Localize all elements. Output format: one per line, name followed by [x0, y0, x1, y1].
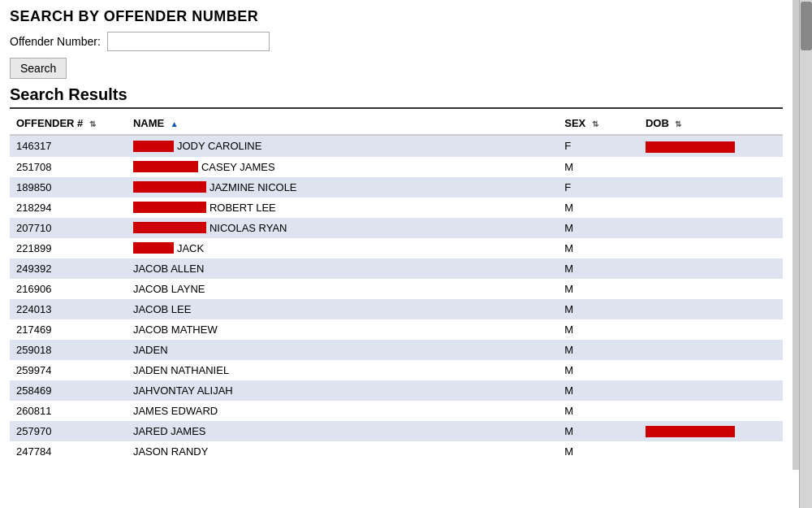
cell-name: JODY CAROLINE: [127, 136, 558, 156]
cell-name: JAZMINE NICOLE: [127, 177, 558, 198]
cell-dob: [639, 177, 783, 198]
cell-sex: M: [558, 238, 639, 258]
cell-sex: M: [558, 299, 639, 319]
table-row[interactable]: 259018JADENM: [10, 340, 783, 360]
name-redacted-block: [133, 242, 174, 254]
name-redacted-block: [133, 141, 174, 152]
col-header-dob[interactable]: DOB ⇅: [639, 112, 783, 135]
table-row[interactable]: 249392JACOB ALLENM: [10, 258, 783, 279]
results-table: OFFENDER # ⇅ NAME ▲ SEX ⇅ DOB ⇅: [10, 112, 783, 462]
results-title: Search Results: [10, 85, 783, 109]
cell-sex: M: [558, 279, 639, 299]
cell-dob: [639, 340, 783, 360]
name-text: NICOLAS RYAN: [209, 222, 287, 234]
table-row[interactable]: 217469JACOB MATHEWM: [10, 319, 783, 340]
cell-sex: M: [558, 421, 639, 442]
cell-name: JACOB MATHEW: [127, 319, 558, 340]
name-redacted-block: [133, 181, 206, 193]
cell-name: CASEY JAMES: [127, 157, 558, 177]
search-button[interactable]: Search: [10, 58, 67, 79]
cell-dob: [639, 401, 783, 421]
cell-dob: [639, 319, 783, 340]
table-row[interactable]: 207710NICOLAS RYANM: [10, 218, 783, 238]
cell-offender: 251708: [10, 157, 127, 177]
cell-offender: 224013: [10, 299, 127, 319]
table-row[interactable]: 258469JAHVONTAY ALIJAHM: [10, 380, 783, 401]
cell-offender: 189850: [10, 177, 127, 198]
cell-sex: M: [558, 157, 639, 177]
cell-sex: M: [558, 340, 639, 360]
name-text: ROBERT LEE: [209, 202, 276, 214]
table-row[interactable]: 251708CASEY JAMESM: [10, 157, 783, 177]
cell-name: JACOB LEE: [127, 299, 558, 319]
name-redacted-block: [133, 202, 206, 213]
name-text: JODY CAROLINE: [177, 140, 262, 152]
cell-offender: 218294: [10, 198, 127, 218]
cell-name: NICOLAS RYAN: [127, 218, 558, 238]
cell-dob: [639, 198, 783, 218]
col-header-sex[interactable]: SEX ⇅: [558, 112, 639, 135]
cell-dob: [639, 421, 783, 442]
name-text: JACOB MATHEW: [133, 323, 218, 336]
cell-offender: 146317: [10, 135, 127, 157]
offender-number-label: Offender Number:: [10, 35, 101, 48]
table-row[interactable]: 259974JADEN NATHANIELM: [10, 360, 783, 380]
table-row[interactable]: 218294ROBERT LEEM: [10, 198, 783, 218]
col-header-name[interactable]: NAME ▲: [127, 112, 558, 135]
cell-dob: [639, 218, 783, 238]
cell-offender: 216906: [10, 279, 127, 299]
cell-offender: 217469: [10, 319, 127, 340]
name-text: JAHVONTAY ALIJAH: [133, 384, 233, 397]
cell-dob: [639, 441, 783, 462]
cell-offender: 259974: [10, 360, 127, 380]
cell-name: ROBERT LEE: [127, 198, 558, 218]
cell-offender: 257970: [10, 421, 127, 442]
cell-dob: [639, 380, 783, 401]
cell-dob: [639, 238, 783, 258]
name-text: JASON RANDY: [133, 445, 208, 458]
cell-dob: [639, 135, 783, 157]
cell-name: JARED JAMES: [127, 421, 558, 441]
sort-icon-offender: ⇅: [89, 119, 96, 128]
cell-name: JADEN: [127, 340, 558, 360]
table-row[interactable]: 257970JARED JAMESM: [10, 421, 783, 442]
cell-offender: 258469: [10, 380, 127, 401]
cell-offender: 247784: [10, 441, 127, 462]
name-text: JACOB LEE: [133, 303, 192, 315]
offender-number-input[interactable]: [107, 32, 270, 51]
cell-sex: M: [558, 258, 639, 279]
table-row[interactable]: 216906JACOB LAYNEM: [10, 279, 783, 299]
cell-sex: M: [558, 198, 639, 218]
cell-sex: M: [558, 380, 639, 401]
cell-sex: F: [558, 177, 639, 198]
table-row[interactable]: 247784JASON RANDYM: [10, 441, 783, 462]
col-header-offender[interactable]: OFFENDER # ⇅: [10, 112, 127, 135]
cell-offender: 221899: [10, 238, 127, 258]
cell-name: JACOB ALLEN: [127, 258, 558, 279]
cell-name: JAHVONTAY ALIJAH: [127, 380, 558, 401]
cell-sex: M: [558, 401, 639, 421]
scrollbar-thumb[interactable]: [801, 2, 812, 50]
page-section-title: SEARCH BY OFFENDER NUMBER: [10, 8, 783, 25]
table-row[interactable]: 221899JACKM: [10, 238, 783, 258]
cell-sex: M: [558, 441, 639, 462]
table-row[interactable]: 224013JACOB LEEM: [10, 299, 783, 319]
name-text: CASEY JAMES: [201, 161, 275, 173]
name-text: JADEN NATHANIEL: [133, 364, 229, 376]
cell-sex: F: [558, 135, 639, 157]
name-text: JACOB LAYNE: [133, 283, 205, 295]
cell-name: JASON RANDY: [127, 441, 558, 462]
name-text: JAZMINE NICOLE: [209, 181, 297, 193]
cell-dob: [639, 299, 783, 319]
table-row[interactable]: 189850JAZMINE NICOLEF: [10, 177, 783, 198]
cell-offender: 260811: [10, 401, 127, 421]
sort-icon-name: ▲: [171, 119, 179, 128]
name-text: JARED JAMES: [133, 425, 206, 437]
name-text: JADEN: [133, 344, 168, 356]
table-row[interactable]: 260811JAMES EDWARDM: [10, 401, 783, 421]
scrollbar[interactable]: [799, 0, 812, 508]
name-redacted-block: [133, 161, 198, 172]
cell-offender: 207710: [10, 218, 127, 238]
table-row[interactable]: 146317JODY CAROLINEF: [10, 135, 783, 157]
cell-dob: [639, 258, 783, 279]
